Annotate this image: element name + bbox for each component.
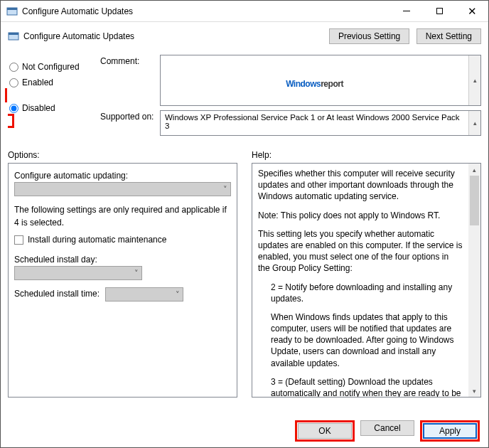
window-controls: ✕ bbox=[390, 1, 488, 21]
install-day-combo[interactable] bbox=[14, 266, 142, 280]
help-scrollbar[interactable]: ▴ ▾ bbox=[468, 164, 480, 397]
scrollbar-thumb[interactable] bbox=[470, 176, 479, 225]
scroll-up-icon[interactable]: ▴ bbox=[468, 164, 480, 176]
policy-title: Configure Automatic Updates bbox=[23, 31, 325, 41]
install-time-label: Scheduled install time: bbox=[14, 289, 100, 299]
close-button[interactable]: ✕ bbox=[456, 1, 488, 21]
help-panel: Specifies whether this computer will rec… bbox=[252, 163, 481, 398]
scroll-up-icon[interactable]: ▴ bbox=[468, 111, 480, 135]
options-heading: Options: bbox=[8, 150, 237, 160]
cancel-button[interactable]: Cancel bbox=[360, 420, 414, 436]
window-title: Configure Automatic Updates bbox=[22, 6, 390, 16]
help-heading: Help: bbox=[252, 150, 481, 160]
configure-updating-combo[interactable] bbox=[14, 182, 231, 196]
policy-icon bbox=[8, 31, 19, 42]
radio-enabled[interactable]: Enabled bbox=[8, 75, 100, 90]
help-text[interactable]: Specifies whether this computer will rec… bbox=[252, 164, 468, 397]
next-setting-button[interactable]: Next Setting bbox=[417, 28, 481, 44]
highlight-ok: OK bbox=[295, 420, 355, 442]
radio-disabled[interactable]: Disabled bbox=[8, 100, 100, 116]
scroll-up-icon[interactable]: ▴ bbox=[468, 55, 480, 105]
supported-on-box: Windows XP Professional Service Pack 1 o… bbox=[160, 110, 481, 136]
apply-button[interactable]: Apply bbox=[423, 423, 477, 439]
install-day-label: Scheduled install day: bbox=[14, 253, 231, 266]
watermark-logo: Windowsreport bbox=[286, 69, 343, 92]
dialog-footer: OK Cancel Apply bbox=[295, 420, 480, 442]
svg-rect-1 bbox=[7, 8, 17, 10]
policy-icon bbox=[6, 6, 18, 17]
supported-on-text: Windows XP Professional Service Pack 1 o… bbox=[161, 111, 468, 135]
svg-rect-3 bbox=[9, 33, 18, 35]
comment-label: Comment: bbox=[100, 55, 160, 106]
minimize-button[interactable] bbox=[390, 1, 423, 21]
comment-textarea[interactable]: Windowsreport ▴ bbox=[160, 55, 481, 106]
ok-button[interactable]: OK bbox=[298, 423, 352, 439]
dialog-window: Configure Automatic Updates ✕ Configure … bbox=[0, 0, 489, 448]
scroll-down-icon[interactable]: ▾ bbox=[468, 385, 480, 397]
radio-not-configured[interactable]: Not Configured bbox=[8, 59, 100, 75]
install-time-combo[interactable] bbox=[105, 287, 183, 302]
options-panel: Configure automatic updating: The follow… bbox=[8, 163, 237, 398]
titlebar: Configure Automatic Updates ✕ bbox=[1, 1, 488, 22]
previous-setting-button[interactable]: Previous Setting bbox=[329, 28, 409, 44]
install-maintenance-checkbox[interactable]: Install during automatic maintenance bbox=[14, 233, 231, 246]
maximize-button[interactable] bbox=[423, 1, 456, 21]
supported-label: Supported on: bbox=[100, 110, 160, 136]
state-radios: Not Configured Enabled Disabled bbox=[8, 55, 100, 140]
highlight-disabled: Disabled bbox=[5, 88, 100, 128]
checkbox-icon bbox=[14, 235, 23, 245]
options-note: The following settings are only required… bbox=[14, 203, 231, 229]
highlight-apply: Apply bbox=[420, 420, 480, 442]
configure-updating-label: Configure automatic updating: bbox=[14, 169, 231, 182]
subheader: Configure Automatic Updates Previous Set… bbox=[1, 22, 488, 50]
